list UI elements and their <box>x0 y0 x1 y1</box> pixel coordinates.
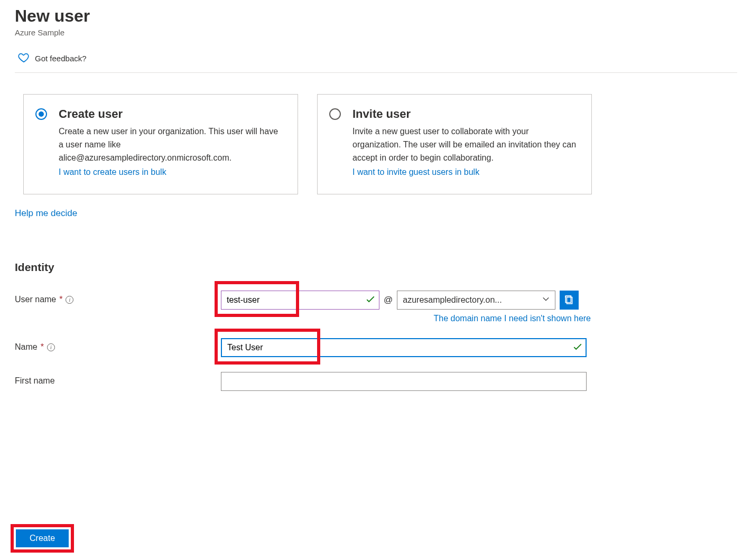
heart-icon <box>18 52 30 65</box>
name-input[interactable] <box>221 338 587 357</box>
bulk-create-link[interactable]: I want to create users in bulk <box>59 167 166 177</box>
username-input[interactable] <box>221 291 379 310</box>
at-symbol: @ <box>384 295 393 305</box>
feedback-link[interactable]: Got feedback? <box>15 46 737 73</box>
firstname-input[interactable] <box>221 372 587 391</box>
domain-help-link[interactable]: The domain name I need isn't shown here <box>434 314 591 323</box>
info-icon[interactable]: i <box>47 343 55 351</box>
create-user-title: Create user <box>59 107 283 121</box>
chevron-down-icon <box>542 295 550 305</box>
help-me-decide-link[interactable]: Help me decide <box>15 208 77 219</box>
radio-icon <box>35 108 47 120</box>
feedback-label: Got feedback? <box>35 54 87 63</box>
create-user-desc: Create a new user in your organization. … <box>59 125 283 164</box>
identity-section-header: Identity <box>15 261 737 274</box>
page-subtitle: Azure Sample <box>15 28 737 37</box>
required-indicator: * <box>41 342 44 352</box>
create-user-option[interactable]: Create user Create a new user in your or… <box>23 94 298 194</box>
username-label: User name <box>15 295 56 304</box>
info-icon[interactable]: i <box>66 296 73 304</box>
page-title: New user <box>15 6 737 26</box>
invite-user-title: Invite user <box>352 107 577 121</box>
bulk-invite-link[interactable]: I want to invite guest users in bulk <box>352 167 479 177</box>
copy-button[interactable] <box>560 291 579 310</box>
invite-user-desc: Invite a new guest user to collaborate w… <box>352 125 577 164</box>
copy-icon <box>564 295 574 306</box>
required-indicator: * <box>59 295 62 304</box>
invite-user-option[interactable]: Invite user Invite a new guest user to c… <box>317 94 592 194</box>
radio-icon <box>329 108 341 120</box>
name-label: Name <box>15 342 38 352</box>
firstname-label: First name <box>15 376 55 386</box>
domain-value: azuresampledirectory.on... <box>403 295 502 305</box>
domain-select[interactable]: azuresampledirectory.on... <box>397 291 555 310</box>
